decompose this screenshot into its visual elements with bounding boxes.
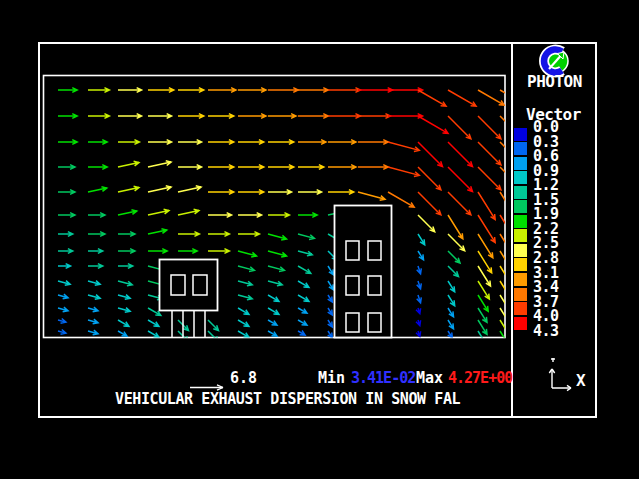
building-window [193, 275, 207, 295]
vector-arrow [298, 295, 309, 301]
vector-arrow [58, 264, 71, 269]
vector-arrow [448, 266, 458, 276]
legend-color-swatch [514, 142, 527, 155]
vector-arrow [178, 165, 202, 170]
vector-arrow [178, 209, 199, 215]
vector-arrow [478, 167, 501, 190]
vector-arrow [500, 90, 526, 105]
vector-arrow [358, 88, 393, 93]
legend-color-swatch [514, 215, 527, 228]
vector-arrow [208, 232, 229, 237]
vector-arrow [178, 249, 197, 254]
building-window [171, 275, 185, 295]
vector-arrow [118, 114, 142, 119]
vector-arrow [418, 142, 442, 166]
vector-arrow [118, 249, 135, 254]
vector-arrow [448, 142, 472, 166]
vector-arrow [418, 167, 441, 190]
vector-arrow [208, 213, 232, 218]
vector-arrow [238, 232, 259, 237]
legend-color-swatch [514, 273, 527, 286]
vector-arrow [148, 249, 167, 254]
legend-color-swatch [514, 317, 527, 330]
vector-arrow [148, 331, 159, 337]
vector-arrow [328, 281, 334, 290]
vector-arrow [268, 234, 287, 240]
vector-arrow [88, 264, 103, 269]
vector-arrow [417, 266, 422, 274]
vector-arrow [58, 165, 75, 170]
vector-arrow [238, 308, 249, 314]
vector-arrow [298, 88, 328, 93]
vector-arrow [58, 213, 75, 218]
vector-arrow [208, 190, 234, 195]
vector-arrow [268, 308, 279, 314]
vector-arrow [118, 210, 137, 215]
vector-arrow [238, 190, 264, 195]
vector-arrow [417, 295, 422, 303]
vector-arrow [298, 331, 305, 336]
vector-arrow [58, 140, 77, 145]
vector-arrow [88, 232, 105, 237]
vector-arrow [268, 114, 296, 119]
vector-arrow [88, 295, 100, 300]
vector-arrow [58, 88, 77, 93]
vector-arrow [268, 140, 294, 145]
vector-arrow [88, 165, 107, 170]
vector-arrow [88, 88, 109, 93]
vector-arrow [298, 234, 314, 239]
vector-arrow [268, 165, 294, 170]
vector-arrow [298, 114, 328, 119]
vector-arrow [148, 229, 167, 234]
vector-arrow [448, 192, 471, 215]
vector-arrow [238, 331, 249, 337]
vector-arrow [148, 140, 172, 145]
vector-arrow [148, 161, 171, 167]
vector-arrow [478, 192, 495, 219]
legend-color-swatch [514, 302, 527, 315]
vector-arrow [358, 114, 390, 119]
vector-arrow [328, 88, 360, 93]
vector-arrow [208, 331, 218, 341]
vector-arrow [118, 161, 139, 167]
legend-color-swatch [514, 171, 527, 184]
vector-arrow [118, 281, 132, 286]
vector-arrow [448, 251, 460, 263]
vector-arrow [88, 330, 98, 335]
vector-arrow [148, 114, 172, 119]
vector-arrow [58, 114, 77, 119]
vector-arrow [448, 295, 455, 306]
vector-arrow [118, 264, 133, 269]
vector-arrow [148, 209, 169, 215]
vector-arrow [208, 320, 218, 330]
vector-arrow [118, 140, 139, 145]
vector-arrow [418, 251, 424, 260]
vector-arrow [208, 114, 234, 119]
vector-arrow [448, 90, 476, 106]
vector-arrow [298, 213, 317, 218]
vector-arrow [268, 281, 282, 286]
min-label: Min [318, 371, 345, 386]
vector-arrow [118, 186, 139, 192]
vector-arrow [358, 165, 388, 170]
vector-arrow [118, 320, 129, 326]
vector-arrow [328, 295, 333, 302]
vector-arrow [328, 114, 360, 119]
vector-arrow [58, 330, 66, 335]
building-window [346, 241, 359, 260]
vector-arrow [298, 266, 311, 273]
vector-arrow [418, 215, 435, 232]
vector-arrow [328, 190, 354, 195]
vector-arrow [118, 308, 130, 313]
vector-arrows [58, 88, 526, 348]
building-window [368, 313, 381, 332]
min-value: 3.41E-02 [351, 371, 415, 386]
vector-arrow [58, 281, 70, 286]
vector-arrow [500, 308, 513, 328]
vector-arrow [328, 140, 356, 145]
legend-color-swatch [514, 186, 527, 199]
vector-arrow [148, 88, 174, 93]
vector-arrow [417, 281, 422, 289]
vector-arrow [298, 165, 324, 170]
vector-arrow [298, 190, 322, 195]
